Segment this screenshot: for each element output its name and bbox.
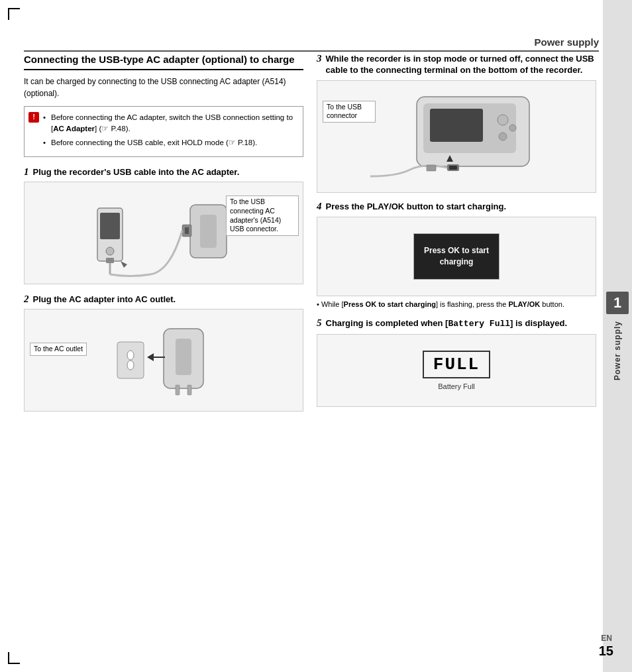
step-1-callout: To the USB connecting AC adapter's (A514… (226, 196, 299, 236)
right-sidebar: 1 Power supply (603, 0, 632, 672)
svg-rect-5 (100, 213, 120, 239)
step-5: 5 Charging is completed when [Battery Fu… (317, 317, 596, 407)
step-4-display: Press OK to start charging (413, 233, 500, 280)
step-2-text: Plug the AC adapter into AC outlet. (33, 294, 176, 304)
step-5-full-display: FULL (423, 351, 490, 378)
step-2-image: To the AC outlet (24, 309, 303, 412)
page-header: Power supply (24, 36, 599, 52)
warning-item-1: Before connecting the AC adapter, switch… (43, 112, 296, 135)
svg-point-22 (499, 133, 507, 140)
step-3-text: While the recorder is in stop mode or tu… (326, 54, 597, 76)
step-5-text: Charging is completed when [Battery Full… (326, 318, 568, 330)
corner-mark-bl (8, 652, 20, 664)
step-4-display-text: Press OK to start charging (414, 245, 499, 268)
section-description: It can be charged by connecting to the U… (24, 76, 303, 99)
step-4-text: Press the PLAY/OK button to start chargi… (326, 201, 507, 213)
step-2: 2 Plug the AC adapter into AC outlet. To… (24, 294, 303, 412)
svg-point-15 (127, 361, 134, 370)
svg-rect-26 (427, 165, 436, 171)
step-2-number: 2 (24, 294, 29, 305)
step-1-image: To the USB connecting AC adapter's (A514… (24, 182, 303, 284)
step-3: 3 While the recorder is in stop mode or … (317, 53, 596, 193)
step-4-title: 4 Press the PLAY/OK button to start char… (317, 201, 596, 213)
step-2-illustration (78, 312, 250, 408)
step-3-illustration (357, 84, 556, 190)
step-4: 4 Press the PLAY/OK button to start char… (317, 201, 596, 309)
step-4-number: 4 (317, 201, 322, 212)
step-3-number: 3 (317, 53, 322, 64)
page-header-title: Power supply (534, 36, 599, 48)
en-label: EN (601, 634, 612, 643)
step-1: 1 Plug the recorder's USB cable into the… (24, 166, 303, 284)
step-5-battery-label: Battery Full (438, 382, 475, 390)
svg-rect-8 (106, 258, 114, 263)
step-4-image: Press OK to start charging (317, 217, 596, 296)
svg-rect-3 (185, 227, 189, 234)
sidebar-chapter-text: Power supply (613, 321, 622, 380)
svg-point-6 (106, 247, 114, 255)
step-1-illustration (78, 185, 250, 281)
step-1-number: 1 (24, 166, 29, 178)
step-2-title: 2 Plug the AC adapter into AC outlet. (24, 294, 303, 305)
warning-item-2: Before connecting the USB cable, exit HO… (43, 137, 296, 148)
svg-point-14 (127, 351, 134, 360)
svg-rect-12 (187, 385, 191, 395)
step-3-title: 3 While the recorder is in stop mode or … (317, 53, 596, 76)
step-5-display-text: FULL (433, 355, 480, 374)
step-3-image: To the USB connector (317, 80, 596, 193)
section-title: Connecting the USB-type AC adapter (opti… (24, 53, 303, 70)
svg-rect-10 (176, 339, 191, 375)
right-column: 3 While the recorder is in stop mode or … (317, 53, 596, 645)
step-5-image: FULL Battery Full (317, 334, 596, 407)
svg-point-21 (498, 115, 508, 125)
step-2-callout: To the AC outlet (30, 343, 87, 356)
step-4-note: While [Press OK to start charging] is fl… (317, 300, 596, 309)
step-1-text: Plug the recorder's USB cable into the A… (33, 167, 240, 177)
sidebar-chapter-number: 1 (606, 292, 629, 314)
svg-point-23 (509, 125, 516, 131)
svg-rect-25 (449, 166, 457, 170)
corner-mark-tl (8, 8, 20, 20)
warning-icon: ! (28, 112, 39, 123)
step-5-title: 5 Charging is completed when [Battery Fu… (317, 317, 596, 330)
svg-rect-20 (430, 109, 483, 142)
step-3-callout: To the USB connector (323, 101, 376, 123)
warning-box: ! Before connecting the AC adapter, swit… (24, 106, 303, 158)
svg-rect-1 (200, 215, 217, 248)
step-1-title: 1 Plug the recorder's USB cable into the… (24, 166, 303, 178)
svg-marker-16 (147, 353, 154, 361)
left-column: Connecting the USB-type AC adapter (opti… (24, 53, 303, 645)
main-content: Connecting the USB-type AC adapter (opti… (24, 53, 596, 645)
svg-rect-11 (176, 385, 180, 395)
step-5-number: 5 (317, 317, 322, 329)
warning-list: Before connecting the AC adapter, switch… (43, 112, 296, 149)
page-number: 15 (599, 644, 613, 659)
